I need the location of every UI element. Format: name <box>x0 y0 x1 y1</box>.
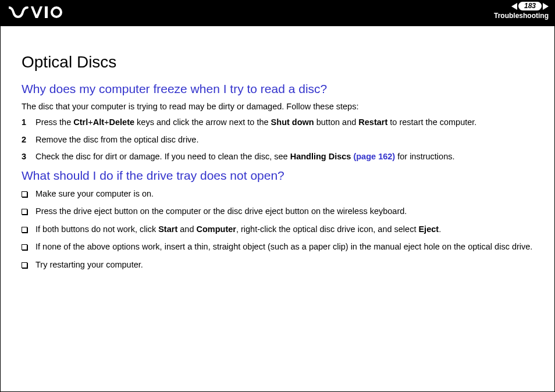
question-1-intro: The disc that your computer is trying to… <box>22 102 533 111</box>
step-row: 3 Check the disc for dirt or damage. If … <box>22 151 533 163</box>
section-label: Troubleshooting <box>494 12 549 20</box>
step-number: 1 <box>22 117 35 129</box>
bullet-icon <box>22 241 35 254</box>
question-1-heading: Why does my computer freeze when I try t… <box>22 82 533 96</box>
list-item: Press the drive eject button on the comp… <box>22 206 533 218</box>
step-text: Remove the disc from the optical disc dr… <box>35 134 533 146</box>
vaio-logo <box>9 6 62 18</box>
step-text: Press the Ctrl+Alt+Delete keys and click… <box>35 117 533 129</box>
step-number: 2 <box>22 134 35 146</box>
item-text: If both buttons do not work, click Start… <box>35 224 533 236</box>
bullet-icon <box>22 188 35 201</box>
page-number: 183 <box>518 2 542 10</box>
list-item: If both buttons do not work, click Start… <box>22 224 533 236</box>
numbered-steps: 1 Press the Ctrl+Alt+Delete keys and cli… <box>22 117 533 163</box>
bullet-icon <box>22 259 35 272</box>
step-text: Check the disc for dirt or damage. If yo… <box>35 151 533 163</box>
list-item: Try restarting your computer. <box>22 259 533 272</box>
next-page-arrow-icon[interactable] <box>543 3 549 10</box>
header-right: 183 Troubleshooting <box>494 1 549 20</box>
item-text: Press the drive eject button on the comp… <box>35 206 533 218</box>
page-header: 183 Troubleshooting <box>1 1 554 26</box>
item-text: Try restarting your computer. <box>35 259 533 271</box>
step-row: 1 Press the Ctrl+Alt+Delete keys and cli… <box>22 117 533 129</box>
page-link[interactable]: (page 162) <box>351 152 395 161</box>
bullet-icon <box>22 206 35 218</box>
list-item: If none of the above options work, inser… <box>22 241 533 254</box>
list-item: Make sure your computer is on. <box>22 188 533 201</box>
item-text: Make sure your computer is on. <box>35 188 533 200</box>
svg-rect-0 <box>45 6 48 18</box>
question-2-heading: What should I do if the drive tray does … <box>22 169 533 183</box>
bullet-icon <box>22 224 35 236</box>
page-content: Optical Discs Why does my computer freez… <box>1 26 554 272</box>
page-title: Optical Discs <box>22 53 533 72</box>
prev-page-arrow-icon[interactable] <box>511 3 517 10</box>
svg-point-1 <box>52 8 61 17</box>
item-text: If none of the above options work, inser… <box>35 241 533 253</box>
step-row: 2 Remove the disc from the optical disc … <box>22 134 533 146</box>
page-nav: 183 <box>494 2 549 10</box>
step-number: 3 <box>22 151 35 163</box>
bullet-list: Make sure your computer is on. Press the… <box>22 188 533 272</box>
